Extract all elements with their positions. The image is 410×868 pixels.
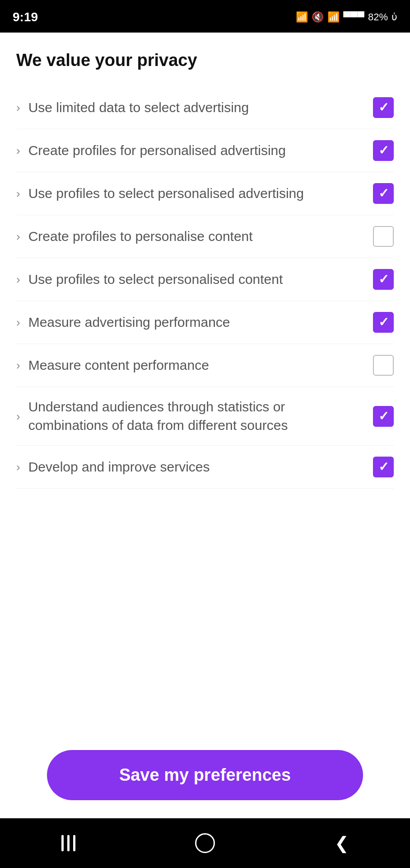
save-button-container: Save my preferences [16,737,394,809]
preference-item-4[interactable]: ›Create profiles to personalise content [16,215,394,258]
chevron-right-icon: › [16,359,20,371]
chevron-right-icon: › [16,274,20,285]
home-icon [195,833,215,853]
preference-item-3[interactable]: ›Use profiles to select personalised adv… [16,172,394,215]
recent-apps-button[interactable] [50,830,86,857]
save-preferences-button[interactable]: Save my preferences [47,750,363,800]
chevron-right-icon: › [16,145,20,156]
preference-item-6[interactable]: ›Measure advertising performance [16,301,394,344]
preference-checkbox[interactable] [373,226,394,247]
preference-item-9[interactable]: ›Develop and improve services [16,446,394,489]
preference-label: Measure content performance [28,356,209,375]
preference-label: Use limited data to select advertising [28,99,249,117]
chevron-right-icon: › [16,188,20,199]
preference-item-1[interactable]: ›Use limited data to select advertising [16,86,394,129]
preference-checkbox[interactable] [373,269,394,290]
preferences-list: ›Use limited data to select advertising›… [16,86,394,737]
chevron-right-icon: › [16,102,20,113]
recent-apps-icon [61,835,75,851]
back-button[interactable]: ❮ [324,830,360,857]
chevron-right-icon: › [16,316,20,328]
back-icon: ❮ [335,833,349,853]
signal-icon: ▀▀▀ [343,11,364,23]
preference-item-8[interactable]: ›Understand audiences through statistics… [16,387,394,446]
preference-label: Create profiles for personalised adverti… [28,142,286,160]
status-bar: 9:19 📶 🔇 📶 ▀▀▀ 82% ὐ‍ [0,0,410,33]
preference-checkbox[interactable] [373,312,394,333]
preference-checkbox[interactable] [373,183,394,204]
preference-label: Understand audiences through statistics … [28,398,364,434]
preference-label: Use profiles to select personalised cont… [28,270,283,289]
battery-icon: ὐ‍ [391,11,397,23]
chevron-right-icon: › [16,231,20,242]
chevron-right-icon: › [16,410,20,422]
preference-label: Develop and improve services [28,458,210,476]
preference-checkbox[interactable] [373,406,394,427]
preference-checkbox[interactable] [373,355,394,376]
page-title: We value your privacy [16,51,394,70]
preference-item-5[interactable]: ›Use profiles to select personalised con… [16,258,394,301]
home-button[interactable] [187,830,223,857]
battery-text: 82% [368,11,388,23]
preference-item-7[interactable]: ›Measure content performance [16,344,394,387]
preference-label: Measure advertising performance [28,313,230,332]
status-time: 9:19 [13,10,38,24]
bottom-nav: ❮ [0,818,410,868]
status-icons: 📶 🔇 📶 ▀▀▀ 82% ὐ‍ [296,11,397,23]
mute-icon: 🔇 [312,11,324,23]
content-area: We value your privacy ›Use limited data … [0,33,410,818]
preference-label: Create profiles to personalise content [28,227,253,246]
chevron-right-icon: › [16,461,20,473]
preference-checkbox[interactable] [373,457,394,477]
bluetooth-icon: 📶 [296,11,308,23]
preference-item-2[interactable]: ›Create profiles for personalised advert… [16,129,394,172]
preference-checkbox[interactable] [373,97,394,118]
preference-label: Use profiles to select personalised adve… [28,184,304,203]
wifi-icon: 📶 [327,11,340,23]
preference-checkbox[interactable] [373,140,394,161]
